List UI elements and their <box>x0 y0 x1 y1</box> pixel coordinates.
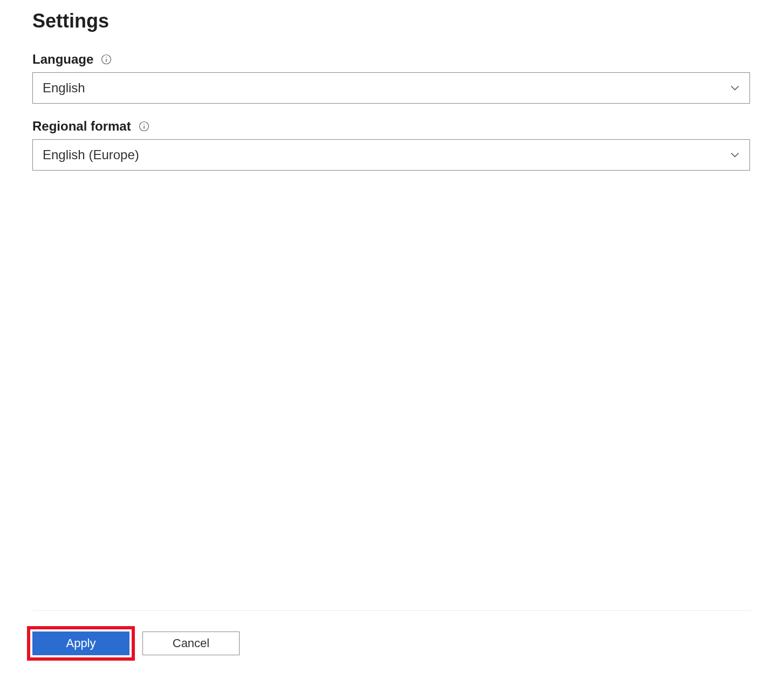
regional-format-label-row: Regional format <box>32 119 752 134</box>
svg-point-4 <box>144 124 145 125</box>
info-icon[interactable] <box>139 121 149 132</box>
language-label: Language <box>32 52 93 67</box>
regional-format-label: Regional format <box>32 119 131 134</box>
apply-button[interactable]: Apply <box>32 632 129 655</box>
regional-format-value: English (Europe) <box>43 147 139 162</box>
chevron-down-icon <box>730 83 740 93</box>
regional-format-dropdown[interactable]: English (Europe) <box>32 139 750 171</box>
language-value: English <box>43 80 85 96</box>
cancel-button[interactable]: Cancel <box>142 632 240 655</box>
regional-format-field: Regional format English (Europe) <box>32 119 752 171</box>
page-title: Settings <box>32 10 752 32</box>
info-icon[interactable] <box>101 54 112 65</box>
language-field: Language English <box>32 52 752 104</box>
svg-point-1 <box>106 57 107 58</box>
language-dropdown[interactable]: English <box>32 72 750 104</box>
footer: Apply Cancel <box>32 610 752 679</box>
chevron-down-icon <box>730 150 740 160</box>
language-label-row: Language <box>32 52 752 67</box>
apply-highlight: Apply <box>27 626 135 661</box>
settings-content: Settings Language English <box>32 10 752 610</box>
settings-panel: Settings Language English <box>0 0 784 679</box>
